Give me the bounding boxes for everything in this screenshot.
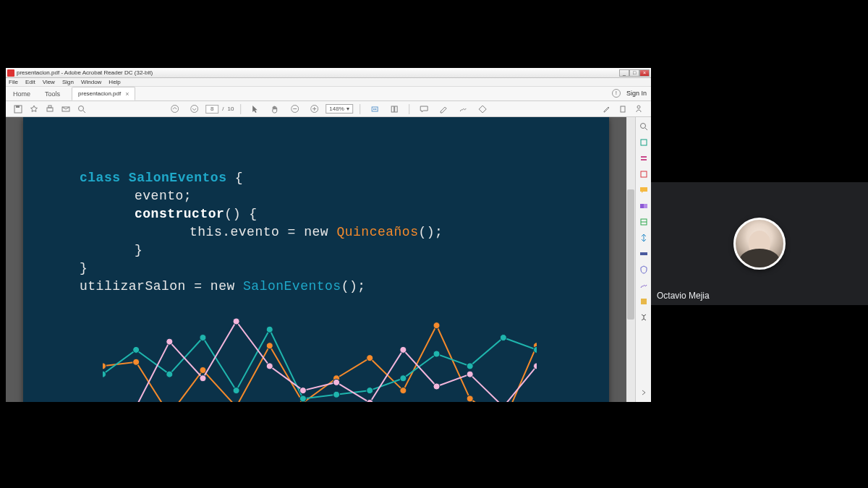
page-number-input[interactable]: 8 xyxy=(205,105,218,114)
svg-point-50 xyxy=(200,375,206,382)
page-total: 10 xyxy=(227,106,234,112)
stamp-icon[interactable] xyxy=(477,104,488,114)
svg-point-42 xyxy=(400,375,407,382)
svg-point-54 xyxy=(333,379,340,385)
zoom-select[interactable]: 148%▾ xyxy=(326,104,352,114)
protect-icon[interactable] xyxy=(639,265,649,275)
minimize-button[interactable]: _ xyxy=(619,69,629,77)
comment-icon[interactable] xyxy=(419,104,429,114)
acrobat-window: presentacion.pdf - Adobe Acrobat Reader … xyxy=(6,68,651,402)
mail-icon[interactable] xyxy=(61,104,71,114)
right-tool-pane xyxy=(635,117,651,402)
svg-point-35 xyxy=(166,371,173,377)
svg-point-44 xyxy=(467,363,473,369)
participant-name: Octavio Mejia xyxy=(657,291,710,301)
combine-files-icon[interactable] xyxy=(639,201,649,211)
pointer-icon[interactable] xyxy=(250,104,260,114)
menu-view[interactable]: View xyxy=(43,79,55,85)
notification-icon[interactable]: ! xyxy=(612,89,621,98)
svg-rect-64 xyxy=(641,156,647,158)
scrollbar-thumb[interactable] xyxy=(627,189,634,320)
fill-sign-icon[interactable] xyxy=(639,281,649,291)
svg-point-43 xyxy=(433,351,440,357)
compress-icon[interactable] xyxy=(639,233,649,243)
export-pdf-icon[interactable] xyxy=(639,137,649,147)
pdf-page: class SalonEventos { evento; constructor… xyxy=(23,117,609,402)
svg-rect-3 xyxy=(48,106,51,108)
code-block: class SalonEventos { evento; constructor… xyxy=(80,169,443,296)
star-icon[interactable] xyxy=(29,104,39,114)
svg-rect-16 xyxy=(394,106,397,112)
svg-rect-65 xyxy=(641,159,647,160)
menu-file[interactable]: File xyxy=(9,79,18,85)
svg-point-53 xyxy=(299,388,306,394)
svg-point-60 xyxy=(534,363,537,369)
svg-point-51 xyxy=(233,318,239,325)
zoom-out-icon[interactable] xyxy=(289,104,299,114)
svg-point-58 xyxy=(467,371,473,377)
svg-point-7 xyxy=(171,106,178,113)
svg-point-33 xyxy=(103,371,106,377)
svg-rect-72 xyxy=(641,299,647,304)
home-link[interactable]: Home xyxy=(6,87,38,100)
attachment-icon[interactable] xyxy=(618,104,628,114)
menu-window[interactable]: Window xyxy=(81,79,101,85)
video-participant-tile[interactable]: Octavio Mejia xyxy=(651,182,868,305)
sign-in-link[interactable]: Sign In xyxy=(626,90,647,97)
menu-help[interactable]: Help xyxy=(109,79,120,85)
hand-icon[interactable] xyxy=(270,104,280,114)
maximize-button[interactable]: □ xyxy=(629,69,639,77)
svg-point-39 xyxy=(299,395,306,402)
organize-pages-icon[interactable] xyxy=(639,217,649,227)
tools-link[interactable]: Tools xyxy=(38,87,67,100)
svg-rect-67 xyxy=(640,204,644,208)
svg-rect-71 xyxy=(640,252,647,255)
menu-sign[interactable]: Sign xyxy=(62,79,74,85)
tab-row: Home Tools presentacion.pdf × ! Sign In xyxy=(6,87,651,101)
sign-icon[interactable] xyxy=(458,104,468,114)
document-tab-label: presentacion.pdf xyxy=(78,90,121,97)
more-tools-icon[interactable] xyxy=(639,312,649,322)
svg-rect-15 xyxy=(391,106,394,112)
page-down-icon[interactable] xyxy=(189,104,199,114)
fit-width-icon[interactable] xyxy=(370,104,380,114)
svg-point-5 xyxy=(79,106,84,111)
svg-point-27 xyxy=(367,355,373,361)
edit-tool-icon[interactable] xyxy=(602,104,612,114)
svg-rect-17 xyxy=(621,106,625,112)
page-separator: / xyxy=(222,106,224,112)
svg-point-41 xyxy=(367,388,373,394)
search-icon[interactable] xyxy=(77,104,87,114)
close-button[interactable]: × xyxy=(639,69,650,77)
svg-rect-66 xyxy=(641,171,647,177)
svg-point-45 xyxy=(500,335,506,341)
menu-edit[interactable]: Edit xyxy=(25,79,35,85)
redact-icon[interactable] xyxy=(639,249,649,259)
svg-point-52 xyxy=(266,363,273,369)
svg-point-29 xyxy=(433,322,440,329)
tab-close-icon[interactable]: × xyxy=(125,90,129,98)
page-up-icon[interactable] xyxy=(169,104,179,114)
svg-point-28 xyxy=(400,388,407,394)
svg-point-61 xyxy=(640,124,645,129)
document-area: class SalonEventos { evento; constructor… xyxy=(6,117,651,402)
print-icon[interactable] xyxy=(45,104,55,114)
panel-search-icon[interactable] xyxy=(639,121,649,132)
page-viewport[interactable]: class SalonEventos { evento; constructor… xyxy=(6,117,626,402)
create-pdf-icon[interactable] xyxy=(639,169,649,179)
share-icon[interactable] xyxy=(634,104,644,114)
collapse-pane-icon[interactable] xyxy=(639,388,649,398)
svg-rect-63 xyxy=(641,140,647,145)
zoom-in-icon[interactable] xyxy=(309,104,319,114)
send-comments-icon[interactable] xyxy=(639,296,649,307)
edit-pdf-icon[interactable] xyxy=(639,153,649,163)
svg-point-30 xyxy=(467,395,473,402)
comment-panel-icon[interactable] xyxy=(639,185,649,195)
svg-point-38 xyxy=(266,326,273,333)
highlight-icon[interactable] xyxy=(438,104,448,114)
vertical-scrollbar[interactable] xyxy=(626,117,635,402)
save-icon[interactable] xyxy=(13,104,23,114)
svg-line-6 xyxy=(83,111,85,113)
document-tab[interactable]: presentacion.pdf × xyxy=(72,87,135,100)
scroll-mode-icon[interactable] xyxy=(389,104,399,114)
